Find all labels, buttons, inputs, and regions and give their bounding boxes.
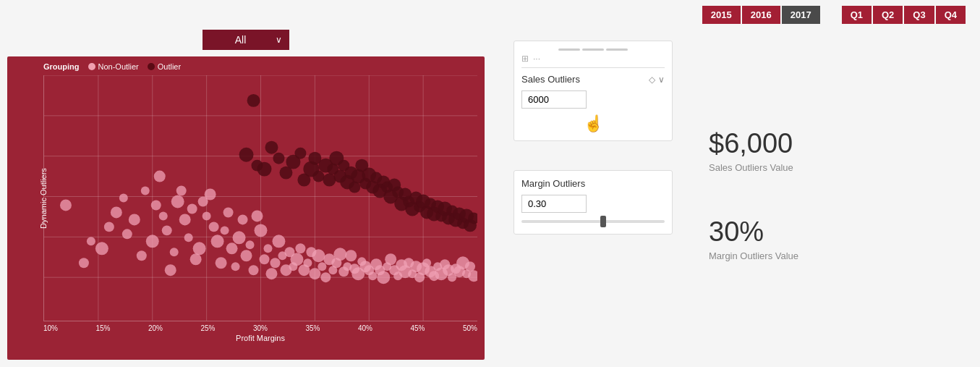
svg-point-37 [171,195,184,208]
quarter-q4-button[interactable]: Q4 [936,6,966,24]
grouping-label: Grouping [43,62,80,71]
x-label-10: 10% [43,324,58,332]
svg-point-33 [159,211,168,220]
svg-point-76 [312,249,325,262]
x-axis-title: Profit Margins [43,334,477,342]
grid-lines-svg: 25K 20K 15K 10K 5K 0K [44,75,477,321]
svg-point-121 [239,148,254,162]
sales-metric: $6,000 Sales Outliers Value [709,128,798,173]
svg-point-73 [303,258,312,267]
non-outlier-dot [88,63,95,70]
svg-point-94 [377,271,390,284]
x-label-30: 30% [253,324,268,332]
svg-point-34 [162,225,172,235]
dropdown-row: All Category A Category B [7,30,485,53]
svg-point-29 [141,187,150,195]
svg-point-63 [265,268,277,279]
category-dropdown-wrapper: All Category A Category B [203,30,289,50]
svg-point-35 [165,264,176,276]
svg-point-55 [238,214,248,224]
svg-point-82 [333,248,346,261]
sales-outliers-title: Sales Outliers [521,74,580,85]
svg-point-132 [312,171,324,182]
quarter-filter-group: Q1 Q2 Q3 Q4 [842,6,966,24]
svg-point-49 [216,257,227,269]
svg-point-62 [263,244,272,253]
quarter-q2-button[interactable]: Q2 [873,6,903,24]
non-outlier-legend-item: Non-Outlier [88,62,139,71]
svg-point-38 [176,186,187,196]
margin-outliers-input[interactable] [521,195,587,213]
x-label-35: 35% [305,324,320,332]
scatter-chart-container: Grouping Non-Outlier Outlier Dynamic Out… [7,56,485,360]
svg-point-123 [265,141,278,154]
svg-point-70 [290,253,303,266]
svg-point-65 [272,235,285,248]
svg-point-118 [465,261,475,271]
svg-point-21 [87,237,95,245]
svg-point-31 [151,200,161,210]
card-grid-icon: ⊞ [521,54,529,64]
chart-area: Dynamic Outliers [43,75,477,321]
top-bar: 2015 2016 2017 Q1 Q2 Q3 Q4 [0,0,980,30]
margin-outliers-title: Margin Outliers [521,178,585,189]
svg-point-128 [294,148,306,159]
x-label-40: 40% [358,324,372,332]
svg-point-39 [179,214,191,225]
svg-point-78 [320,272,331,282]
category-dropdown[interactable]: All Category A Category B [203,30,289,50]
svg-point-124 [257,162,272,177]
left-panel: All Category A Category B Grouping Non-O… [7,30,485,360]
svg-point-36 [170,248,179,256]
outlier-label: Outlier [158,62,181,71]
svg-point-45 [203,211,211,220]
svg-point-40 [184,233,193,242]
cursor-hand-icon: ☝ [521,114,665,133]
margin-metric-value: 30% [709,216,798,248]
svg-point-53 [231,262,240,271]
svg-point-57 [246,240,255,249]
svg-point-20 [79,258,89,268]
year-2017-button[interactable]: 2017 [782,6,820,24]
svg-point-75 [309,268,320,279]
svg-point-48 [211,235,224,248]
svg-point-23 [104,222,114,232]
margin-slider-thumb[interactable] [600,216,606,227]
diamond-icon: ◇ [649,75,655,85]
svg-point-58 [249,265,259,275]
svg-point-25 [119,194,128,203]
quarter-q3-button[interactable]: Q3 [904,6,934,24]
svg-point-96 [385,253,396,265]
chart-inner: 25K 20K 15K 10K 5K 0K [43,75,477,321]
quarter-q1-button[interactable]: Q1 [842,6,872,24]
svg-point-71 [295,243,305,253]
svg-point-24 [111,206,122,218]
expand-icon: ∨ [658,75,665,85]
svg-point-42 [190,253,202,265]
margin-metric-label: Margin Outliers Value [709,250,798,261]
sales-outliers-input[interactable] [521,90,587,109]
right-panel: ⊞ ··· Sales Outliers ◇ ∨ ☝ Margin Ou [499,30,973,360]
year-2016-button[interactable]: 2016 [742,6,780,24]
svg-point-64 [270,258,280,268]
x-axis-labels: 10% 15% 20% 25% 30% 35% 40% 45% 50% [43,321,477,332]
sales-metric-label: Sales Outliers Value [709,162,798,173]
svg-point-41 [187,203,197,214]
svg-point-52 [226,242,238,254]
main-content: All Category A Category B Grouping Non-O… [0,30,980,367]
svg-point-43 [193,242,206,255]
outlier-legend-item: Outlier [148,62,181,71]
sales-metric-value: $6,000 [709,128,798,159]
x-label-25: 25% [200,324,215,332]
svg-point-59 [252,210,263,222]
year-2015-button[interactable]: 2015 [702,6,741,24]
chart-legend: Grouping Non-Outlier Outlier [43,62,477,71]
sales-outliers-card: ⊞ ··· Sales Outliers ◇ ∨ ☝ [514,41,673,141]
svg-point-50 [221,226,229,235]
x-label-45: 45% [410,324,425,332]
svg-point-19 [60,199,72,211]
svg-point-30 [146,235,159,248]
svg-point-61 [260,254,270,264]
svg-point-51 [223,207,234,217]
margin-outliers-card: Margin Outliers [514,170,673,235]
